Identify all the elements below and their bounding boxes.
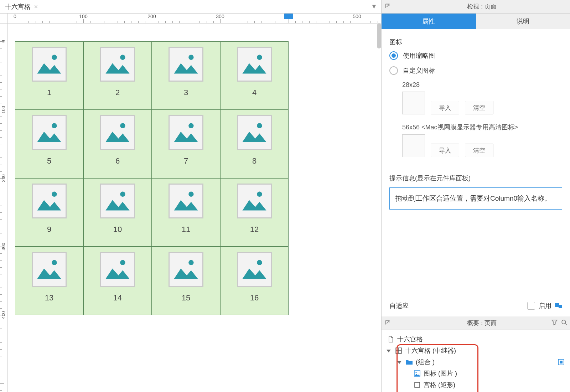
- import-56-button[interactable]: 导入: [431, 144, 459, 157]
- inspector-header: 检视 : 页面: [382, 0, 570, 14]
- repeater-icon: [395, 347, 402, 354]
- svg-point-6: [188, 123, 193, 128]
- image-placeholder-icon: [169, 47, 203, 82]
- section-icon-title: 图标: [389, 38, 562, 46]
- ruler-row: 0100200300400500: [0, 14, 381, 24]
- disclosure-icon[interactable]: [387, 348, 392, 353]
- image-placeholder-icon: [100, 252, 135, 287]
- image-placeholder-icon: [100, 115, 135, 150]
- canvas[interactable]: 12345678910111213141516: [8, 24, 381, 392]
- inspector-tabs: 属性 说明: [382, 14, 570, 29]
- svg-point-9: [120, 192, 125, 197]
- clear-28-button[interactable]: 清空: [465, 101, 493, 114]
- radio-custom-icon[interactable]: 自定义图标: [389, 66, 562, 75]
- enable-checkbox[interactable]: [527, 302, 535, 310]
- svg-point-8: [52, 192, 57, 197]
- grid-cell[interactable]: 11: [152, 178, 220, 247]
- image-placeholder-icon: [32, 184, 67, 218]
- cell-number: 2: [115, 88, 120, 97]
- radio-icon: [389, 66, 398, 75]
- grid-cell[interactable]: 2: [83, 41, 152, 110]
- repeater-grid[interactable]: 12345678910111213141516: [15, 41, 289, 315]
- svg-point-24: [415, 372, 416, 373]
- scrollbar-vertical[interactable]: [377, 24, 381, 48]
- icon-28-block: 28x28 导入 清空: [402, 81, 562, 114]
- outline-image-row[interactable]: 图标 (图片 ): [385, 368, 566, 379]
- search-icon[interactable]: [561, 319, 567, 327]
- grid-cell[interactable]: 6: [83, 110, 152, 178]
- svg-point-12: [52, 260, 57, 265]
- close-icon[interactable]: ×: [34, 3, 38, 10]
- image-placeholder-icon: [237, 252, 272, 287]
- tab-sixteen-grid[interactable]: 十六宫格 ×: [0, 0, 43, 13]
- svg-point-3: [257, 55, 262, 60]
- select-indicator-icon[interactable]: [558, 359, 564, 365]
- tab-dropdown[interactable]: ▼: [367, 0, 381, 13]
- image-placeholder-icon: [169, 252, 203, 287]
- grid-cell[interactable]: 7: [152, 110, 220, 178]
- icon-28-label: 28x28: [402, 81, 562, 89]
- grid-cell[interactable]: 5: [15, 110, 83, 178]
- grid-cell[interactable]: 15: [152, 247, 220, 315]
- svg-rect-17: [559, 305, 562, 308]
- collapse-icon[interactable]: [382, 320, 394, 326]
- adaptive-icon[interactable]: [555, 303, 562, 308]
- grid-cell[interactable]: 13: [15, 247, 83, 315]
- chevron-down-icon: ▼: [371, 3, 377, 10]
- svg-point-4: [52, 123, 57, 128]
- radio-icon: [389, 51, 398, 60]
- ruler-vertical[interactable]: 0100200300400: [0, 24, 8, 392]
- cell-number: 6: [115, 156, 120, 166]
- cell-number: 7: [184, 156, 188, 166]
- icon-56-label: 56x56 <Mac视网膜显示器专用高清图标>: [402, 123, 562, 131]
- grid-cell[interactable]: 8: [220, 110, 289, 178]
- collapse-icon[interactable]: [382, 4, 394, 10]
- filter-icon[interactable]: [551, 319, 558, 327]
- inspector-title: 检视 : 页面: [394, 2, 570, 11]
- ruler-horizontal[interactable]: 0100200300400500: [8, 14, 381, 24]
- svg-point-7: [257, 123, 262, 128]
- grid-cell[interactable]: 16: [220, 247, 289, 315]
- tab-description[interactable]: 说明: [476, 14, 570, 29]
- outline-group-row[interactable]: (组合 ): [385, 356, 566, 368]
- cell-number: 15: [182, 293, 190, 303]
- ruler-marker[interactable]: [284, 14, 293, 19]
- image-placeholder-icon: [237, 47, 272, 82]
- svg-point-14: [188, 260, 193, 265]
- import-28-button[interactable]: 导入: [431, 101, 459, 114]
- cell-number: 16: [250, 293, 259, 303]
- grid-cell[interactable]: 3: [152, 41, 220, 110]
- cell-number: 12: [250, 225, 259, 234]
- outline-repeater-row[interactable]: 十六宫格 (中继器): [385, 345, 566, 356]
- tab-properties[interactable]: 属性: [382, 14, 476, 29]
- grid-cell[interactable]: 14: [83, 247, 152, 315]
- clear-56-button[interactable]: 清空: [465, 144, 493, 157]
- icon-56-preview[interactable]: [402, 134, 425, 157]
- svg-rect-25: [415, 382, 420, 387]
- hint-textbox[interactable]: 拖动到工作区合适位置，需要对Column0输入名称。: [389, 187, 562, 210]
- rectangle-icon: [414, 381, 421, 388]
- outline-image-label: 图标 (图片 ): [424, 369, 457, 378]
- grid-cell[interactable]: 4: [220, 41, 289, 110]
- disclosure-icon[interactable]: [398, 360, 403, 365]
- outline-page-row[interactable]: 十六宫格: [385, 334, 566, 345]
- outline-tree[interactable]: 十六宫格 十六宫格 (中继器) (组合 ) 图标 (图片 ) 宫格 (矩形): [382, 330, 570, 392]
- page-icon: [387, 336, 394, 343]
- outline-title: 概要 : 页面: [394, 319, 570, 327]
- canvas-area: 0100200300400 12345678910111213141516: [0, 24, 381, 392]
- grid-cell[interactable]: 1: [15, 41, 83, 110]
- outline-rect-row[interactable]: 宫格 (矩形): [385, 379, 566, 391]
- grid-cell[interactable]: 9: [15, 178, 83, 247]
- svg-point-18: [562, 320, 566, 324]
- radio-label: 自定义图标: [403, 66, 435, 75]
- image-placeholder-icon: [32, 47, 67, 82]
- radio-use-thumbnail[interactable]: 使用缩略图: [389, 51, 562, 60]
- outline-panel: 概要 : 页面 十六宫格 十六宫格 (中继器) (组合 ): [382, 316, 570, 392]
- cell-number: 13: [45, 293, 53, 303]
- cell-number: 11: [182, 225, 190, 234]
- grid-cell[interactable]: 12: [220, 178, 289, 247]
- icon-56-block: 56x56 <Mac视网膜显示器专用高清图标> 导入 清空: [402, 123, 562, 157]
- grid-cell[interactable]: 10: [83, 178, 152, 247]
- icon-28-preview[interactable]: [402, 92, 425, 114]
- svg-point-11: [257, 192, 262, 197]
